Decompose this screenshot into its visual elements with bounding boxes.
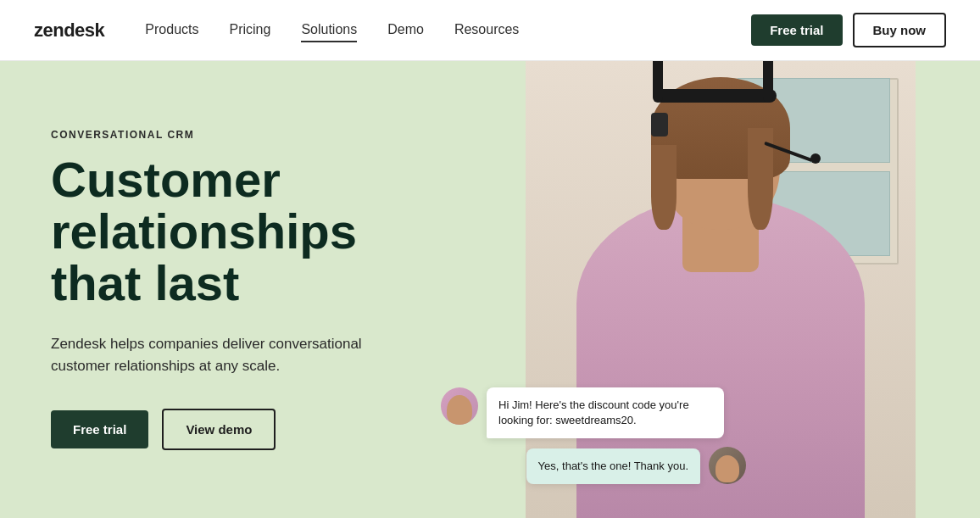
hero-buttons: Free trial View demo [51,409,475,450]
hero-content: CONVERSATIONAL CRM Customer relationship… [0,61,475,518]
header-free-trial-button[interactable]: Free trial [751,14,842,46]
agent-chat-bubble: Hi Jim! Here's the discount code you're … [441,387,746,438]
hero-section: CONVERSATIONAL CRM Customer relationship… [0,61,980,518]
nav-pricing[interactable]: Pricing [229,22,270,39]
header: zendesk Products Pricing Solutions Demo … [0,0,980,61]
customer-chat-bubble: Yes, that's the one! Thank you. [441,447,746,484]
nav-resources[interactable]: Resources [454,22,519,39]
nav-products[interactable]: Products [145,22,198,39]
hero-free-trial-button[interactable]: Free trial [51,410,148,448]
hero-subtitle: Zendesk helps companies deliver conversa… [51,333,373,378]
customer-message: Yes, that's the one! Thank you. [526,448,700,484]
logo[interactable]: zendesk [34,19,104,42]
agent-message: Hi Jim! Here's the discount code you're … [487,387,724,438]
navigation: Products Pricing Solutions Demo Resource… [145,22,751,39]
nav-solutions[interactable]: Solutions [301,22,357,39]
hero-view-demo-button[interactable]: View demo [162,409,276,450]
nav-demo[interactable]: Demo [387,22,424,39]
header-actions: Free trial Buy now [751,13,946,47]
customer-avatar [709,447,746,484]
hero-title: Customer relationships that last [51,154,475,309]
chat-container: Hi Jim! Here's the discount code you're … [441,387,746,484]
hero-image-area: Hi Jim! Here's the discount code you're … [475,61,916,518]
hero-eyebrow: CONVERSATIONAL CRM [51,129,475,141]
agent-avatar [441,387,478,425]
header-buy-now-button[interactable]: Buy now [853,13,947,47]
